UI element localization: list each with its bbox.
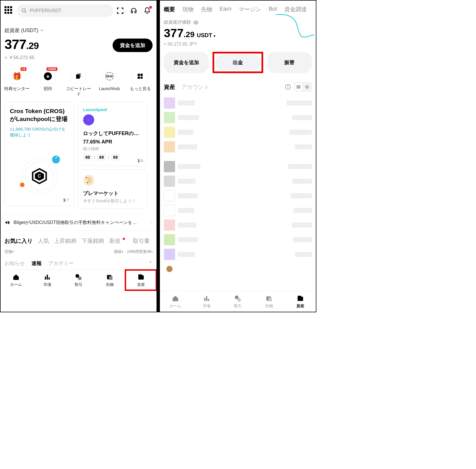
tab-favorites[interactable]: お気に入り (5, 237, 33, 245)
countdown: 0D:08:08 (83, 154, 142, 161)
asset-row[interactable] (164, 159, 312, 174)
nav-market-r[interactable]: 市場 (191, 291, 222, 312)
support-icon[interactable] (130, 7, 137, 14)
col-change[interactable]: 24時間変動率♦ (127, 249, 153, 254)
nav-futures[interactable]: 先物 (94, 270, 125, 290)
chevron-right-icon: › (151, 220, 153, 225)
news-tab-academy[interactable]: アカデミー (48, 260, 74, 267)
asset-row[interactable] (164, 174, 312, 189)
svg-rect-12 (47, 275, 48, 279)
nav-assets-r[interactable]: 資産 (285, 291, 316, 312)
r-unit[interactable]: USDT ▾ (197, 32, 215, 39)
subtab-assets[interactable]: 資産 (164, 83, 175, 91)
nav-trade[interactable]: 取引 (63, 270, 94, 290)
asset-row[interactable] (164, 232, 312, 247)
asset-row[interactable] (164, 247, 312, 262)
total-amount: 377.29 (5, 37, 39, 52)
nav-home[interactable]: ホーム (1, 270, 32, 290)
svg-rect-4 (138, 74, 140, 76)
nav-trade-r[interactable]: 取引 (222, 291, 254, 312)
tab-new[interactable]: 新規 (109, 237, 120, 245)
asset-row[interactable] (164, 96, 312, 110)
action-withdraw[interactable]: 出金 (215, 55, 260, 70)
action-transfer[interactable]: 振替 (267, 52, 312, 73)
svg-point-23 (288, 86, 288, 86)
tab-losers[interactable]: 下落銘柄 (82, 237, 104, 245)
bell-icon[interactable] (144, 7, 151, 14)
svg-line-1 (25, 12, 26, 13)
rtab-earn[interactable]: Earn (220, 6, 231, 13)
megaphone-icon (5, 219, 11, 226)
promo-graphic: C (21, 158, 58, 194)
tab-popular[interactable]: 人気 (38, 237, 49, 245)
asset-row[interactable] (164, 189, 312, 203)
svg-text:C: C (38, 174, 41, 178)
asset-row[interactable] (164, 262, 312, 276)
quick-launchhub[interactable]: NEWLaunchhub (95, 69, 124, 97)
search-placeholder: PUFFER/USDT (30, 8, 61, 13)
info-icon[interactable] (285, 84, 291, 90)
rtab-futures[interactable]: 先物 (201, 6, 212, 13)
total-assets-label[interactable]: 総資産 (USDT) (5, 27, 153, 34)
add-funds-button[interactable]: 資金を追加 (113, 39, 153, 52)
r-total-amount: 377.29 (164, 26, 195, 40)
svg-point-34 (237, 298, 241, 301)
tab-gainers[interactable]: 上昇銘柄 (54, 237, 77, 245)
col-price[interactable]: 価格♦ (114, 249, 123, 254)
rtab-margin[interactable]: マージン (239, 6, 261, 13)
quick-invite[interactable]: ★CASH招待 (34, 69, 62, 97)
nav-market[interactable]: 市場 (32, 270, 63, 290)
svg-rect-19 (138, 274, 142, 275)
svg-rect-17 (109, 276, 113, 280)
pie-view-icon[interactable] (303, 83, 311, 91)
svg-point-27 (297, 86, 297, 86)
svg-rect-6 (138, 77, 140, 79)
collapse-icon[interactable]: ⌃ (148, 260, 153, 266)
rtab-bot[interactable]: Bot (269, 6, 277, 13)
promo-card-cros[interactable]: Cros Token (CROS)がLaunchpoolに登場 11,666,7… (5, 102, 74, 206)
tab-volume[interactable]: 取引量 (133, 237, 150, 245)
premarket-card[interactable]: 📜 プレマーケット 今すぐScrollを取引しよう！ (78, 169, 148, 209)
svg-point-28 (297, 87, 297, 87)
nav-home-r[interactable]: ホーム (160, 291, 191, 312)
svg-point-7 (140, 77, 143, 79)
quick-more[interactable]: もっと見る (126, 69, 154, 97)
svg-rect-31 (206, 296, 207, 301)
rtab-funding[interactable]: 資金調達 (284, 6, 307, 13)
quick-copytrade[interactable]: コピートレード (64, 69, 93, 97)
news-tab-flash[interactable]: 速報 (32, 260, 42, 267)
quick-rewards[interactable]: 🎁+3特典センター (3, 69, 31, 97)
subtab-account[interactable]: アカウント (181, 83, 209, 91)
launchpool-pager: 1/6 (137, 158, 143, 163)
col-category[interactable]: 現物▾ (5, 249, 114, 254)
approx-jpy: ≈ ￥56,272.65 (5, 54, 153, 61)
svg-rect-36 (268, 297, 272, 301)
eye-icon[interactable] (193, 20, 199, 25)
asset-row[interactable] (164, 125, 312, 140)
rtab-spot[interactable]: 現物 (182, 6, 194, 13)
scroll-icon: 📜 (83, 175, 94, 186)
news-tab-notice[interactable]: お知らせ (5, 260, 25, 267)
list-view-icon[interactable] (295, 83, 302, 91)
svg-point-20 (195, 22, 197, 23)
search-input[interactable]: PUFFER/USDT (17, 5, 113, 17)
svg-rect-5 (140, 74, 143, 76)
asset-row[interactable] (164, 218, 312, 232)
chevron-up-icon (40, 28, 44, 32)
svg-rect-13 (49, 277, 50, 280)
announcement-bar[interactable]: BitgetがUSDC/USDT現物取引の手数料無料キャンペーンを… › (1, 214, 157, 231)
asset-row[interactable] (164, 140, 312, 154)
nav-assets[interactable]: 資産 (125, 270, 157, 290)
scan-icon[interactable] (117, 7, 124, 14)
svg-rect-30 (204, 298, 205, 301)
view-toggle[interactable] (294, 82, 312, 92)
launchpool-card[interactable]: Launchpool ロックしてPUFFERのエア… 77.65% APR 残り… (78, 102, 148, 166)
asset-row[interactable] (164, 203, 312, 218)
rtab-overview[interactable]: 概要 (164, 6, 175, 13)
new-dot (123, 238, 125, 240)
action-add-funds[interactable]: 資金を追加 (164, 52, 209, 73)
nav-futures-r[interactable]: 先物 (253, 291, 285, 312)
apps-grid-icon[interactable] (5, 6, 14, 15)
svg-point-0 (22, 9, 26, 12)
asset-row[interactable] (164, 110, 312, 125)
